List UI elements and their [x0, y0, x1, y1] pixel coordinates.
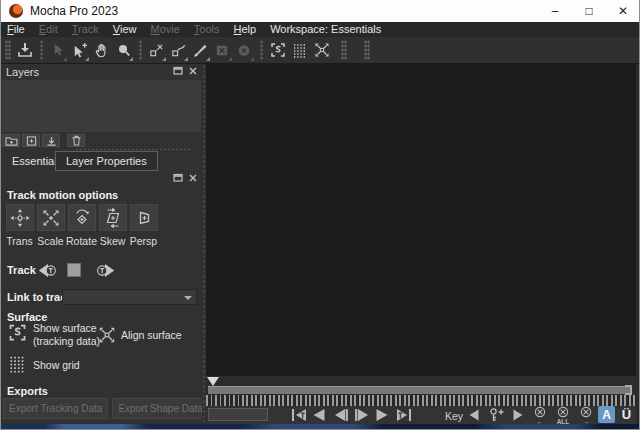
- exports-heading: Exports: [7, 385, 48, 397]
- pointer-add-tool-button[interactable]: [69, 39, 90, 62]
- pan-hand-icon: [93, 42, 110, 59]
- link-to-track-row: Link to track: [0, 289, 202, 307]
- previous-keyframe-button[interactable]: [468, 409, 480, 421]
- export-shape-data-button: Export Shape Data: [112, 398, 209, 419]
- menu-tools: Tools: [187, 22, 227, 37]
- float-panel-icon[interactable]: [173, 66, 183, 75]
- toolbar-grip[interactable]: [364, 40, 370, 60]
- menu-view[interactable]: View: [106, 22, 144, 37]
- motion-rotate-button[interactable]: [68, 204, 96, 231]
- autokey-toggle-button[interactable]: A: [598, 406, 615, 423]
- save-button[interactable]: [14, 39, 35, 62]
- pointer-add-icon: [71, 42, 88, 59]
- previous-keyframe-icon: [468, 409, 480, 421]
- timeline-scrollbar[interactable]: [208, 386, 632, 394]
- align-surface-button[interactable]: [97, 325, 117, 345]
- menu-edit: Edit: [32, 22, 65, 37]
- align-surface-icon: [313, 41, 331, 59]
- label-skew: Skew: [97, 235, 128, 247]
- step-backward-button[interactable]: [333, 408, 349, 422]
- uberkey-toggle-button[interactable]: Ü: [619, 406, 634, 423]
- rotate-icon: [70, 207, 94, 229]
- track-stop-button[interactable]: [67, 263, 81, 277]
- track-label: Track: [7, 264, 36, 276]
- show-grid-icon: [291, 41, 309, 59]
- delete-all-keyframes-button[interactable]: ALL: [555, 406, 571, 424]
- float-panel-icon[interactable]: [173, 173, 183, 182]
- add-point-xspline-button[interactable]: [146, 39, 167, 62]
- new-layer-group-button[interactable]: [2, 134, 20, 147]
- delete-keyframes-right-icon: [580, 406, 592, 418]
- show-surface-icon: [269, 41, 287, 59]
- step-forward-button[interactable]: [354, 408, 370, 422]
- align-surface-label: Align surface: [121, 329, 182, 342]
- motion-skew-button[interactable]: [99, 204, 127, 231]
- add-layer-icon: [26, 136, 37, 146]
- motion-persp-button[interactable]: [130, 204, 158, 231]
- brush-icon: [192, 42, 209, 59]
- toolbar-grip[interactable]: [341, 40, 347, 60]
- layers-panel-title: Layers: [0, 66, 39, 78]
- close-panel-icon[interactable]: [189, 174, 197, 182]
- track-motion-options: [6, 204, 158, 231]
- motion-scale-button[interactable]: [37, 204, 65, 231]
- align-surface-toolbar-button[interactable]: [311, 39, 332, 62]
- minimize-button[interactable]: –: [538, 0, 572, 22]
- play-backward-icon: [312, 408, 326, 422]
- timeline-end-handle[interactable]: [625, 385, 632, 395]
- close-button[interactable]: ✕: [606, 0, 640, 22]
- align-surface-icon: [97, 325, 117, 345]
- track-forward-button[interactable]: [93, 262, 117, 279]
- delete-layer-button[interactable]: [67, 134, 85, 147]
- link-to-track-select[interactable]: [62, 289, 197, 305]
- menubar: File Edit Track View Movie Tools Help Wo…: [0, 22, 640, 37]
- add-point-bezier-button[interactable]: [168, 39, 189, 62]
- play-forward-button[interactable]: [375, 408, 389, 422]
- motion-trans-button[interactable]: [6, 204, 34, 231]
- toolbar-grip[interactable]: [5, 40, 11, 60]
- show-surface-button[interactable]: [7, 322, 28, 343]
- tab-layer-properties[interactable]: Layer Properties: [55, 151, 158, 171]
- delete-keyframes-right-button[interactable]: →: [578, 406, 594, 424]
- track-backward-button[interactable]: [36, 262, 60, 279]
- toolbar-separator: [260, 40, 263, 60]
- pan-tool-button[interactable]: [91, 39, 112, 62]
- show-grid-toolbar-button[interactable]: [289, 39, 310, 62]
- zoom-tool-button[interactable]: [113, 39, 134, 62]
- delete-ellipse-button: [234, 39, 255, 62]
- brush-tool-button[interactable]: [190, 39, 211, 62]
- show-surface-toolbar-button[interactable]: [267, 39, 288, 62]
- frame-ruler[interactable]: [206, 395, 636, 406]
- go-to-end-button[interactable]: [396, 408, 412, 422]
- motion-tool-labels: Trans Scale Rotate Skew Persp: [4, 235, 164, 247]
- frame-number-input[interactable]: [208, 408, 268, 421]
- menu-help[interactable]: Help: [227, 22, 264, 37]
- delete-keyframes-left-button[interactable]: ←: [532, 406, 548, 424]
- next-keyframe-button[interactable]: [512, 409, 524, 421]
- maximize-button[interactable]: □: [572, 0, 606, 22]
- label-scale: Scale: [35, 235, 66, 247]
- step-forward-icon: [354, 408, 370, 422]
- play-backward-button[interactable]: [312, 408, 326, 422]
- step-backward-icon: [333, 408, 349, 422]
- delete-all-keyframes-icon: [557, 406, 569, 418]
- add-layer-button[interactable]: [22, 134, 40, 147]
- playhead-marker[interactable]: [207, 377, 219, 386]
- track-motion-heading: Track motion options: [7, 189, 118, 201]
- track-controls: Track: [0, 261, 202, 281]
- layers-list[interactable]: [2, 80, 201, 132]
- show-grid-button[interactable]: [7, 353, 28, 374]
- viewer-canvas[interactable]: [206, 64, 636, 376]
- close-panel-icon[interactable]: [189, 67, 197, 75]
- move-layer-down-button[interactable]: [42, 134, 60, 147]
- export-buttons: Export Tracking Data Export Shape Data: [3, 398, 209, 419]
- menu-file[interactable]: File: [0, 22, 32, 37]
- menu-workspace[interactable]: Workspace: Essentials: [263, 22, 388, 37]
- go-to-start-button[interactable]: [291, 408, 307, 422]
- delete-rect-button: [212, 39, 233, 62]
- window-controls: – □ ✕: [538, 0, 640, 22]
- mocha-pro-window: Mocha Pro 2023 – □ ✕ File Edit Track Vie…: [0, 0, 640, 430]
- add-keyframe-button[interactable]: [488, 407, 505, 423]
- skew-icon: [101, 207, 125, 229]
- label-trans: Trans: [4, 235, 35, 247]
